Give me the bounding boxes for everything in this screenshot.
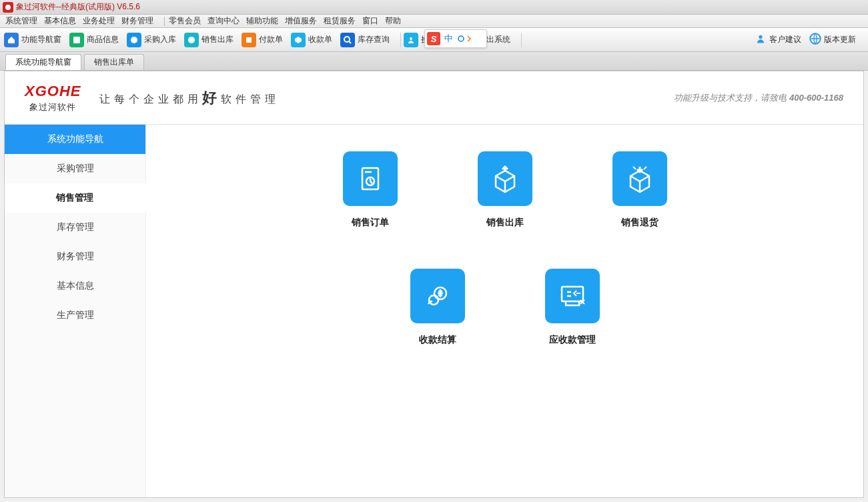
- app-icon: [3, 2, 13, 13]
- svg-point-12: [429, 295, 438, 305]
- box-up-icon: [478, 151, 532, 206]
- toolbar-icon-2: [127, 33, 141, 47]
- card-销售出库[interactable]: 销售出库: [478, 151, 532, 229]
- toolbar-销售出库[interactable]: 销售出库: [184, 33, 234, 47]
- menu-3[interactable]: 财务管理: [121, 15, 153, 27]
- card-销售退货[interactable]: 销售退货: [612, 151, 667, 229]
- sidebar: 系统功能导航 采购管理销售管理库存管理财务管理基本信息生产管理: [5, 125, 146, 497]
- toolbar-收款单[interactable]: 收款单: [291, 33, 332, 47]
- window-title: 象过河软件--经典版(试用版) V6.5.6: [16, 1, 140, 13]
- menu-bar: 系统管理基本信息业务处理财务管理零售会员查询中心辅助功能增值服务租赁服务窗口帮助: [0, 15, 868, 28]
- doc-icon: [343, 151, 398, 206]
- sidebar-item-3[interactable]: 财务管理: [5, 242, 145, 271]
- menu-10[interactable]: 帮助: [385, 15, 401, 27]
- menu-0[interactable]: 系统管理: [5, 15, 37, 27]
- support-phone: 功能升级与技术支持，请致电 400-600-1168: [674, 92, 843, 104]
- svg-point-4: [410, 37, 412, 40]
- coins-icon: [410, 269, 465, 323]
- logo-text: XGOHE: [25, 83, 81, 100]
- sidebar-item-2[interactable]: 库存管理: [5, 213, 145, 242]
- banner: XGOHE 象过河软件 让每个企业都用好软件管理 功能升级与技术支持，请致电 4…: [5, 71, 863, 125]
- toolbar-库存查询[interactable]: 库存查询: [340, 33, 390, 47]
- toolbar-right-0[interactable]: 客户建议: [755, 33, 801, 47]
- toolbar: 功能导航窗商品信息采购入库销售出库付款单收款单库存查询换操作员退出系统 S 中 …: [0, 28, 868, 52]
- menu-5[interactable]: 查询中心: [207, 15, 240, 27]
- svg-point-7: [759, 35, 762, 39]
- ime-s-icon: S: [427, 32, 440, 45]
- logo-subtext: 象过河软件: [29, 101, 76, 113]
- menu-7[interactable]: 增值服务: [285, 15, 317, 27]
- toolbar-icon-7: [404, 33, 418, 47]
- card-销售订单[interactable]: 销售订单: [343, 151, 398, 229]
- menu-4[interactable]: 零售会员: [169, 15, 201, 27]
- svg-point-6: [458, 36, 464, 41]
- sidebar-item-1[interactable]: 销售管理: [5, 183, 146, 213]
- sidebar-item-5[interactable]: 生产管理: [5, 301, 145, 330]
- sidebar-header: 系统功能导航: [5, 125, 145, 154]
- menu-1[interactable]: 基本信息: [44, 15, 76, 27]
- toolbar-icon-3: [184, 33, 199, 47]
- ime-tools-icon: [457, 33, 476, 44]
- toolbar-采购入库[interactable]: 采购入库: [127, 33, 176, 47]
- title-bar: 象过河软件--经典版(试用版) V6.5.6: [0, 0, 868, 15]
- receivable-icon: [545, 269, 600, 323]
- toolbar-icon-0: [4, 33, 19, 47]
- main-panel: 销售订单销售出库销售退货 收款结算应收款管理: [146, 125, 863, 497]
- svg-point-3: [344, 37, 350, 42]
- menu-9[interactable]: 窗口: [362, 15, 378, 27]
- menu-6[interactable]: 辅助功能: [246, 15, 278, 27]
- toolbar-icon-1: [69, 33, 84, 47]
- sidebar-item-4[interactable]: 基本信息: [5, 271, 145, 301]
- sidebar-item-0[interactable]: 采购管理: [5, 154, 145, 183]
- toolbar-功能导航窗[interactable]: 功能导航窗: [4, 33, 61, 47]
- logo: XGOHE 象过河软件: [25, 83, 81, 113]
- globe-icon: [809, 33, 821, 47]
- tab-1[interactable]: 销售出库单: [84, 54, 144, 70]
- tab-0[interactable]: 系统功能导航窗: [5, 54, 81, 70]
- card-应收款管理[interactable]: 应收款管理: [545, 269, 600, 346]
- toolbar-商品信息[interactable]: 商品信息: [69, 33, 119, 47]
- toolbar-icon-5: [291, 33, 306, 47]
- menu-2[interactable]: 业务处理: [83, 15, 115, 27]
- toolbar-icon-6: [340, 33, 355, 47]
- menu-8[interactable]: 租赁服务: [324, 15, 356, 27]
- slogan: 让每个企业都用好软件管理: [99, 88, 280, 108]
- card-收款结算[interactable]: 收款结算: [410, 269, 465, 346]
- content-area: XGOHE 象过河软件 让每个企业都用好软件管理 功能升级与技术支持，请致电 4…: [4, 71, 864, 498]
- toolbar-icon-4: [242, 33, 256, 47]
- toolbar-right-1[interactable]: 版本更新: [809, 33, 856, 47]
- toolbar-付款单[interactable]: 付款单: [242, 33, 283, 47]
- box-down-icon: [612, 151, 667, 206]
- user-icon: [755, 33, 767, 47]
- ime-lang: 中: [444, 33, 453, 45]
- tab-bar: 系统功能导航窗销售出库单: [0, 52, 868, 71]
- ime-indicator[interactable]: S 中: [424, 29, 487, 48]
